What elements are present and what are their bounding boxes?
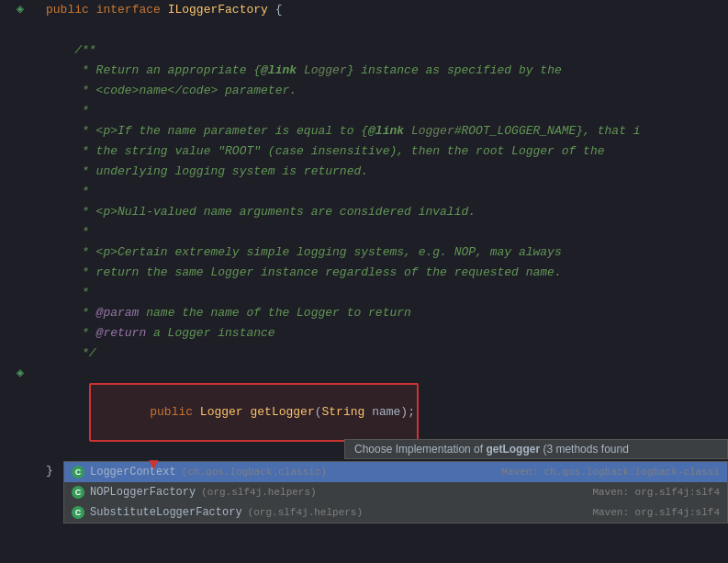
code-line-3: /** <box>0 40 728 61</box>
autocomplete-list[interactable]: C LoggerContext (ch.qos.logback.classic)… <box>63 461 728 524</box>
item-icon-2: C <box>72 486 84 499</box>
item-name-2: NOPLoggerFactory <box>90 486 196 499</box>
code-line-9: * underlying logging system is returned. <box>0 162 728 182</box>
line-content-6: * <box>35 102 728 120</box>
code-line-15: * <box>0 283 728 303</box>
item-icon-1: C <box>72 466 84 479</box>
code-line-6: * <box>0 101 728 121</box>
item-icon-3: C <box>72 506 84 519</box>
autocomplete-item-1[interactable]: C LoggerContext (ch.qos.logback.classic)… <box>64 462 727 482</box>
code-line-5: * <code>name</code> parameter. <box>0 81 728 101</box>
code-line-16: * @param name the name of the Logger to … <box>0 303 728 323</box>
line-content-17: * @return a Logger instance <box>35 324 728 343</box>
gutter-icon-1: ◈ <box>13 1 28 16</box>
line-content-1: public interface ILoggerFactory { <box>35 1 728 19</box>
line-content-12: * <box>35 223 728 242</box>
line-content-11: * <p>Null-valued name arguments are cons… <box>35 203 728 221</box>
code-line-10: * <box>0 182 728 202</box>
dropdown-arrow: ▼ <box>149 456 159 474</box>
line-content-4: * Return an appropriate {@link Logger} i… <box>35 62 728 80</box>
autocomplete-header-text: Choose Implementation of <box>354 443 486 456</box>
item-source-2: Maven: org.slf4j:slf4 <box>592 487 720 498</box>
code-line-2 <box>0 20 728 40</box>
item-source-1: Maven: ch.qos.logback:logback-classi <box>501 467 720 478</box>
gutter-1: ◈ <box>0 1 35 16</box>
line-content-9: * underlying logging system is returned. <box>35 163 728 181</box>
line-content-7: * <p>If the name parameter is equal to {… <box>35 122 728 141</box>
line-content-13: * <p>Certain extremely simple logging sy… <box>35 243 728 262</box>
code-line-14: * return the same Logger instance regard… <box>0 263 728 283</box>
gutter-icon-19: ◈ <box>13 365 28 379</box>
code-editor: ◈ public interface ILoggerFactory { /** … <box>0 0 728 563</box>
code-line-7: * <p>If the name parameter is equal to {… <box>0 121 728 141</box>
item-pkg-2: (org.slf4j.helpers) <box>201 487 316 498</box>
line-content-2 <box>35 21 728 39</box>
line-content-18: */ <box>35 344 728 363</box>
gutter-19: ◈ <box>0 365 35 379</box>
code-line-11: * <p>Null-valued name arguments are cons… <box>0 202 728 222</box>
code-line-8: * the string value "ROOT" (case insensit… <box>0 141 728 162</box>
item-source-3: Maven: org.slf4j:slf4 <box>592 507 720 518</box>
line-content-16: * @param name the name of the Logger to … <box>35 304 728 322</box>
highlight-box: public Logger getLogger(String name); <box>89 383 419 442</box>
item-name-3: SubstituteLoggerFactory <box>90 506 242 519</box>
item-pkg-1: (ch.qos.logback.classic) <box>182 467 327 478</box>
line-content-14: * return the same Logger instance regard… <box>35 264 728 282</box>
code-line-12: * <box>0 222 728 242</box>
line-content-15: * <box>35 284 728 302</box>
autocomplete-method-name: getLogger <box>486 443 540 456</box>
line-content-3: /** <box>35 41 728 60</box>
code-line-18: */ <box>0 343 728 364</box>
autocomplete-count-text: (3 methods found <box>540 443 629 456</box>
autocomplete-item-2[interactable]: C NOPLoggerFactory (org.slf4j.helpers) M… <box>64 482 727 502</box>
autocomplete-item-3[interactable]: C SubstituteLoggerFactory (org.slf4j.hel… <box>64 502 727 523</box>
code-line-1: ◈ public interface ILoggerFactory { <box>0 0 728 20</box>
line-content-10: * <box>35 183 728 201</box>
autocomplete-header: Choose Implementation of getLogger (3 me… <box>344 439 728 459</box>
code-line-17: * @return a Logger instance <box>0 323 728 343</box>
line-content-8: * the string value "ROOT" (case insensit… <box>35 142 728 161</box>
code-line-13: * <p>Certain extremely simple logging sy… <box>0 242 728 263</box>
line-content-5: * <code>name</code> parameter. <box>35 82 728 100</box>
item-name-1: LoggerContext <box>90 466 176 479</box>
item-pkg-3: (org.slf4j.helpers) <box>248 507 363 518</box>
code-line-4: * Return an appropriate {@link Logger} i… <box>0 61 728 81</box>
